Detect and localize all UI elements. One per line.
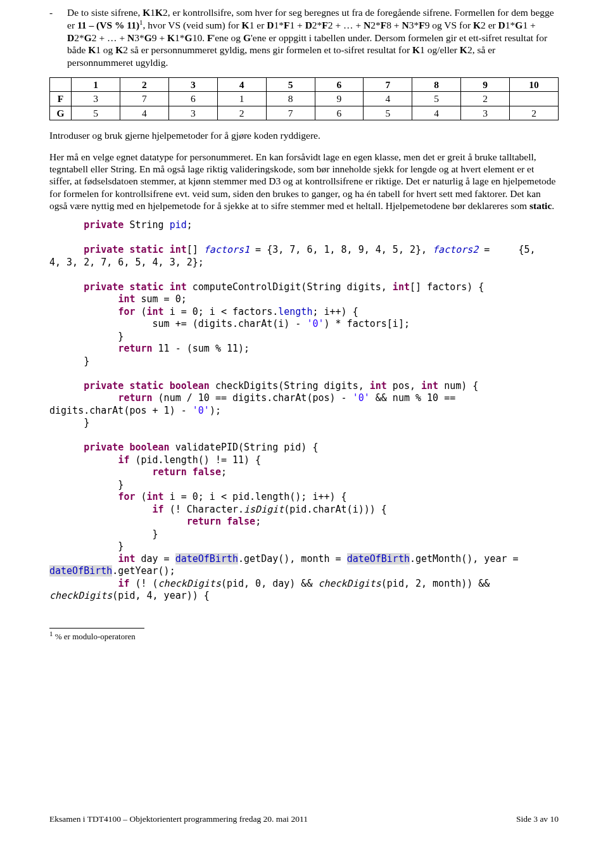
table-cell: 4 [120,106,169,120]
table-cell: 3 [168,106,217,120]
table-cell: 1 [217,92,266,106]
table-cell: 7 [364,78,412,92]
table-cell: 4 [364,92,412,106]
footnote-text: % er modulo-operatoren [53,632,136,641]
table-cell [50,78,72,92]
bullet-paragraph: - De to siste sifrene, K1K2, er kontroll… [49,6,559,68]
table-cell: 9 [461,78,510,92]
table-cell: 5 [72,106,120,120]
table-cell: 8 [412,78,461,92]
static-word: static [529,200,552,211]
document-page: - De to siste sifrene, K1K2, er kontroll… [0,0,608,836]
table-cell: 4 [412,106,461,120]
table-cell: 2 [510,106,559,120]
table-cell: 2 [217,106,266,120]
page-footer: Side 3 av 10 Eksamen i TDT4100 – Objekto… [49,814,559,825]
table-cell: 6 [168,92,217,106]
table-cell: 3 [72,92,120,106]
footnote-separator [49,628,144,629]
table-cell: 5 [364,106,412,120]
bullet-text: De to siste sifrene, K1K2, er kontrollsi… [67,6,559,68]
footnote: 1 % er modulo-operatoren [49,630,559,642]
table-cell [510,92,559,106]
table-cell: 5 [266,78,315,92]
table-row: G 5 4 3 2 7 6 5 4 3 2 [50,106,559,120]
factor-table: 1 2 3 4 5 6 7 8 9 10 F 3 7 6 1 8 9 4 5 2… [49,77,559,120]
solution-paragraph: Her må en velge egnet datatype for perso… [49,151,559,212]
table-cell: 8 [266,92,315,106]
solution-dot: . [552,200,554,211]
table-cell: 10 [510,78,559,92]
intro-paragraph: Introduser og bruk gjerne hjelpemetoder … [49,129,559,141]
table-header-row: 1 2 3 4 5 6 7 8 9 10 [50,78,559,92]
table-cell: 3 [168,78,217,92]
table-cell: G [50,106,72,120]
table-cell: 5 [412,92,461,106]
code-block: private String pid; private static int[]… [49,219,559,603]
table-cell: 4 [217,78,266,92]
table-cell: 3 [461,106,510,120]
table-cell: 7 [120,92,169,106]
table-cell: 6 [315,78,364,92]
solution-text: Her må en velge egnet datatype for perso… [49,151,555,212]
table-cell: 7 [266,106,315,120]
bullet-dash: - [49,6,67,68]
footer-left-text: Eksamen i TDT4100 – Objektorientert prog… [49,814,308,824]
table-cell: 2 [461,92,510,106]
table-cell: 6 [315,106,364,120]
table-cell: F [50,92,72,106]
table-cell: 2 [120,78,169,92]
table-row: F 3 7 6 1 8 9 4 5 2 [50,92,559,106]
page-number: Side 3 av 10 [516,814,559,825]
table-cell: 9 [315,92,364,106]
table-cell: 1 [72,78,120,92]
